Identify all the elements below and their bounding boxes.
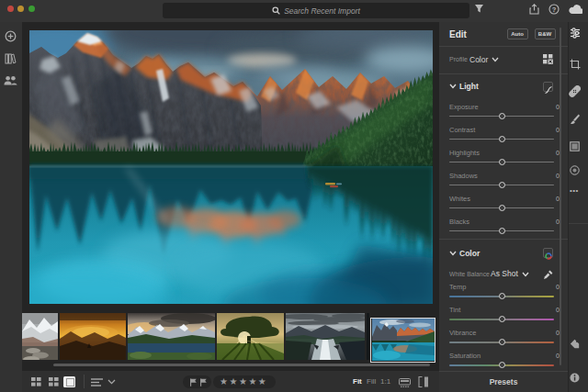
svg-text:?: ? <box>552 5 557 13</box>
